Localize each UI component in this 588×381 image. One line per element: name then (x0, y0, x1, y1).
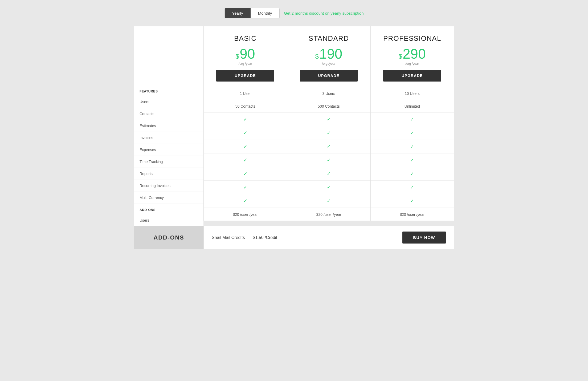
checkmark-icon: ✓ (243, 130, 247, 136)
standard-multi-currency: ✓ (287, 194, 370, 208)
checkmark-icon: ✓ (243, 116, 247, 122)
standard-time-tracking: ✓ (287, 153, 370, 167)
basic-expenses: ✓ (204, 140, 287, 153)
pricing-container: FEATURES Users Contacts Estimates Invoic… (134, 26, 454, 226)
standard-dollar: $ (315, 53, 318, 60)
feature-time-tracking: Time Tracking (134, 156, 203, 168)
standard-amount: 190 (319, 47, 342, 61)
feature-reports: Reports (134, 168, 203, 180)
checkmark-icon: ✓ (410, 171, 414, 177)
checkmark-icon: ✓ (327, 198, 331, 204)
checkmark-icon: ✓ (243, 171, 247, 177)
standard-header: STANDARD $ 190 /org /year UPGRADE (287, 26, 370, 87)
professional-contacts: Unlimited (371, 100, 454, 113)
professional-dollar: $ (399, 53, 402, 60)
feature-users: Users (134, 96, 203, 108)
standard-upgrade-btn[interactable]: UPGRADE (300, 70, 358, 82)
checkmark-icon: ✓ (410, 116, 414, 122)
basic-reports: ✓ (204, 167, 287, 181)
basic-recurring-invoices: ✓ (204, 181, 287, 194)
standard-price: $ 190 (292, 47, 365, 61)
standard-reports: ✓ (287, 167, 370, 181)
standard-plan: STANDARD $ 190 /org /year UPGRADE 3 User… (287, 26, 370, 221)
features-column: FEATURES Users Contacts Estimates Invoic… (134, 26, 203, 226)
basic-name: BASIC (209, 34, 281, 43)
professional-expenses: ✓ (371, 140, 454, 153)
snail-mail-price: $1.50 /Credit (253, 235, 277, 240)
feature-invoices: Invoices (134, 132, 203, 144)
features-label: FEATURES (134, 85, 203, 96)
professional-price: $ 290 (376, 47, 448, 61)
basic-plan: BASIC $ 90 /org /year UPGRADE 1 User 50 … (203, 26, 287, 221)
basic-amount: 90 (240, 47, 255, 61)
basic-time-tracking: ✓ (204, 153, 287, 167)
checkmark-icon: ✓ (410, 157, 414, 163)
standard-addon-users: $20 /user /year (287, 208, 370, 221)
professional-users: 10 Users (371, 87, 454, 100)
professional-features: 10 Users Unlimited ✓ ✓ ✓ ✓ ✓ ✓ ✓ (371, 87, 454, 208)
addons-bar-label: ADD-ONS (134, 229, 203, 246)
snail-mail-label: Snail Mail Credits (212, 235, 245, 240)
basic-price: $ 90 (209, 47, 281, 61)
basic-features: 1 User 50 Contacts ✓ ✓ ✓ ✓ ✓ ✓ ✓ (204, 87, 287, 208)
buy-now-btn[interactable]: BUY NOW (402, 232, 446, 244)
feature-multi-currency: Multi-Currency (134, 192, 203, 204)
discount-text: Get 2 months discount on yearly subscrip… (284, 11, 364, 15)
professional-plan: PROFESSIONAL $ 290 /org /year UPGRADE 10… (370, 26, 454, 221)
standard-features: 3 Users 500 Contacts ✓ ✓ ✓ ✓ ✓ ✓ ✓ (287, 87, 370, 208)
standard-name: STANDARD (292, 34, 365, 43)
basic-multi-currency: ✓ (204, 194, 287, 208)
basic-addon-users: $20 /user /year (204, 208, 287, 221)
checkmark-icon: ✓ (243, 144, 247, 149)
professional-invoices: ✓ (371, 126, 454, 140)
checkmark-icon: ✓ (410, 144, 414, 149)
standard-invoices: ✓ (287, 126, 370, 140)
checkmark-icon: ✓ (327, 116, 331, 122)
addon-users: Users (134, 214, 203, 226)
professional-amount: 290 (403, 47, 426, 61)
standard-users: 3 Users (287, 87, 370, 100)
professional-estimates: ✓ (371, 113, 454, 126)
standard-recurring-invoices: ✓ (287, 181, 370, 194)
basic-invoices: ✓ (204, 126, 287, 140)
standard-period: /org /year (292, 62, 365, 66)
checkmark-icon: ✓ (243, 198, 247, 204)
page-wrapper: Yearly Monthly Get 2 months discount on … (134, 5, 454, 249)
checkmark-icon: ✓ (243, 184, 247, 190)
feature-contacts: Contacts (134, 108, 203, 120)
yearly-toggle-btn[interactable]: Yearly (225, 8, 251, 18)
addons-bar: ADD-ONS Snail Mail Credits $1.50 /Credit… (134, 226, 454, 249)
checkmark-icon: ✓ (327, 144, 331, 149)
basic-contacts: 50 Contacts (204, 100, 287, 113)
basic-users: 1 User (204, 87, 287, 100)
standard-estimates: ✓ (287, 113, 370, 126)
checkmark-icon: ✓ (410, 184, 414, 190)
basic-dollar: $ (236, 53, 239, 60)
standard-contacts: 500 Contacts (287, 100, 370, 113)
basic-period: /org /year (209, 62, 281, 66)
professional-recurring-invoices: ✓ (371, 181, 454, 194)
standard-expenses: ✓ (287, 140, 370, 153)
checkmark-icon: ✓ (327, 184, 331, 190)
checkmark-icon: ✓ (327, 171, 331, 177)
professional-period: /org /year (376, 62, 448, 66)
toggle-section: Yearly Monthly Get 2 months discount on … (134, 5, 454, 18)
professional-time-tracking: ✓ (371, 153, 454, 167)
monthly-toggle-btn[interactable]: Monthly (251, 8, 280, 18)
professional-multi-currency: ✓ (371, 194, 454, 208)
billing-toggle: Yearly Monthly (224, 8, 280, 18)
feature-recurring-invoices: Recurring Invoices (134, 180, 203, 192)
checkmark-icon: ✓ (327, 157, 331, 163)
professional-header: PROFESSIONAL $ 290 /org /year UPGRADE (371, 26, 454, 87)
basic-estimates: ✓ (204, 113, 287, 126)
professional-addon-users: $20 /user /year (371, 208, 454, 221)
professional-upgrade-btn[interactable]: UPGRADE (383, 70, 441, 82)
feature-estimates: Estimates (134, 120, 203, 132)
addons-bar-content: Snail Mail Credits $1.50 /Credit BUY NOW (203, 226, 454, 249)
checkmark-icon: ✓ (327, 130, 331, 136)
addons-label: ADD-ONS (134, 204, 203, 214)
feature-expenses: Expenses (134, 144, 203, 156)
basic-upgrade-btn[interactable]: UPGRADE (216, 70, 274, 82)
checkmark-icon: ✓ (410, 198, 414, 204)
checkmark-icon: ✓ (410, 130, 414, 136)
